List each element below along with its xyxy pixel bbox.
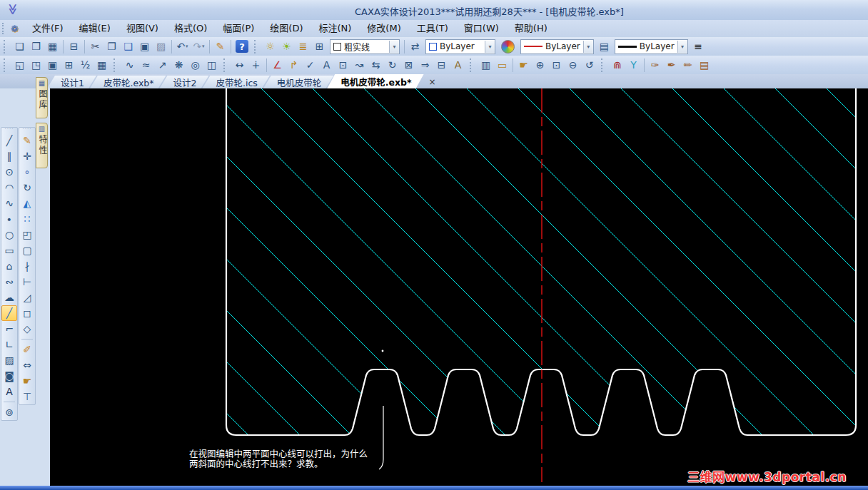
- menu-编辑(E)[interactable]: 编辑(E): [71, 20, 118, 37]
- line-color-combo-dropdown-arrow[interactable]: ▾: [583, 41, 593, 53]
- document-tab-皮带轮.ics[interactable]: 皮带轮.ics: [202, 76, 269, 88]
- erase-tool[interactable]: ✎: [19, 133, 35, 148]
- dim-style-button[interactable]: ⊟: [433, 57, 450, 73]
- rectangle-tool[interactable]: ▭: [1, 243, 17, 258]
- paste-button[interactable]: ▣: [136, 39, 153, 54]
- line-color-combo[interactable]: ByLayer▾: [520, 39, 594, 54]
- toolbar-grip[interactable]: [113, 58, 118, 72]
- properties-dock-tab[interactable]: ▥ 特性: [36, 123, 48, 168]
- circle-tool[interactable]: ⊙: [1, 164, 17, 180]
- view-align-button[interactable]: ▣: [44, 57, 61, 73]
- line-tool[interactable]: ╱: [1, 133, 17, 148]
- help-button[interactable]: ?: [236, 40, 248, 53]
- color-picker-button[interactable]: [501, 40, 515, 53]
- curve-smooth-button[interactable]: ↝: [351, 57, 368, 73]
- parallel-line-tool[interactable]: ∥: [1, 148, 17, 164]
- text-replace-button[interactable]: ⇆: [368, 57, 384, 73]
- menubar-grip[interactable]: [2, 23, 6, 34]
- text-style-button[interactable]: A: [450, 57, 466, 73]
- dim-value-button[interactable]: ⊡: [335, 57, 351, 73]
- check-dim-button[interactable]: ✓: [302, 57, 318, 73]
- extend-tool[interactable]: ⊢: [19, 274, 35, 290]
- document-tab-电机皮带轮.exb*[interactable]: 电机皮带轮.exb*: [327, 74, 423, 88]
- linetype-combo-dropdown-arrow[interactable]: ▾: [389, 41, 399, 53]
- mirror-tool[interactable]: ◭: [19, 195, 35, 211]
- stretch-tool[interactable]: ▢: [19, 243, 35, 258]
- print-button[interactable]: ⊟: [66, 39, 82, 54]
- library-dock-tab[interactable]: ▦ 图库: [36, 77, 48, 118]
- toolbar-grip[interactable]: [223, 58, 228, 72]
- shape-tools-button[interactable]: ❋: [171, 57, 187, 73]
- image-insert-tool[interactable]: ◙: [1, 368, 17, 384]
- angle-tool-button[interactable]: ∠: [269, 57, 286, 73]
- save-button[interactable]: ▦: [44, 39, 61, 54]
- format-hand-tool[interactable]: ☛: [19, 373, 35, 389]
- view-number-button[interactable]: ½: [77, 57, 94, 73]
- text-match-button[interactable]: ✒: [663, 57, 680, 73]
- document-tab-设计2[interactable]: 设计2: [159, 76, 208, 88]
- array-tool[interactable]: ∷: [19, 211, 35, 227]
- double-wave-button[interactable]: ≈: [138, 57, 154, 73]
- lineweight-combo[interactable]: ByLayer▾: [615, 39, 688, 54]
- pointer-arrow-button[interactable]: ↗: [154, 57, 171, 73]
- copy-tool[interactable]: ∘: [19, 164, 35, 180]
- taper-tool[interactable]: ◿: [19, 290, 35, 305]
- properties-panel-button[interactable]: ▤: [696, 57, 712, 73]
- detail-balloon-button[interactable]: ◎: [187, 57, 203, 73]
- move-tool[interactable]: ✛: [19, 148, 35, 164]
- fillet-tool[interactable]: ◻: [19, 305, 35, 321]
- wave-line-button[interactable]: ∿: [121, 57, 138, 73]
- panel-toggle-button[interactable]: ▥: [478, 57, 494, 73]
- spline-tool[interactable]: ∿: [1, 195, 17, 211]
- toolbar-grip[interactable]: [4, 58, 8, 72]
- center-axis-tool[interactable]: ∟: [1, 337, 17, 352]
- text-box-button[interactable]: ⊠: [400, 57, 417, 73]
- closed-spline-tool[interactable]: ∾: [1, 274, 17, 290]
- trim-tool[interactable]: ∤: [19, 258, 35, 274]
- menu-视图(V)[interactable]: 视图(V): [118, 20, 166, 37]
- point-tool[interactable]: ∙: [1, 211, 17, 227]
- snap-magnet-button[interactable]: ⋒: [609, 57, 625, 73]
- ellipse-tool[interactable]: ○: [1, 227, 17, 243]
- visibility-bulb-button[interactable]: ☼: [262, 39, 278, 54]
- dim-arrows-tool[interactable]: ⇔: [19, 357, 35, 373]
- lineweight-list-button[interactable]: ≡: [690, 39, 707, 54]
- document-tab-电机皮带轮[interactable]: 电机皮带轮: [263, 76, 334, 88]
- layer-combo[interactable]: ByLayer▾: [425, 39, 495, 54]
- brightness-button[interactable]: ☀: [278, 39, 295, 54]
- match-properties-button[interactable]: ✑: [647, 57, 663, 73]
- open-file-button[interactable]: ❒: [28, 39, 44, 54]
- menu-工具(T)[interactable]: 工具(T): [409, 20, 456, 37]
- menu-修改(M)[interactable]: 修改(M): [359, 20, 408, 37]
- copy-button[interactable]: ❐: [104, 39, 120, 54]
- zoom-dynamic-button[interactable]: ↺: [581, 57, 597, 73]
- grid-view-button[interactable]: ⊞: [61, 57, 77, 73]
- fit-view-button[interactable]: ◱: [11, 57, 28, 73]
- text-arrow-button[interactable]: ⇒: [417, 57, 433, 73]
- arc-tool[interactable]: ◠: [1, 180, 17, 195]
- drawing-canvas[interactable]: 在视图编辑中两平面中心线可以打出，为什么 两斜面的中心线打不出来？求教。 三维网…: [50, 88, 868, 486]
- zoom-in-button[interactable]: ⊕: [532, 57, 548, 73]
- menu-绘图(D)[interactable]: 绘图(D): [262, 20, 311, 37]
- menu-标注(N)[interactable]: 标注(N): [311, 20, 359, 37]
- polygon-tool[interactable]: ⌂: [1, 258, 17, 274]
- document-tab-皮带轮.exb*[interactable]: 皮带轮.exb*: [90, 76, 166, 88]
- text-flag-button[interactable]: A: [318, 57, 335, 73]
- format-painter-button[interactable]: ✎: [212, 39, 228, 54]
- toolbar-grip[interactable]: [601, 58, 605, 72]
- toolbar-grip[interactable]: [254, 40, 258, 53]
- zoom-window-button[interactable]: ⊡: [548, 57, 565, 73]
- revision-cloud-tool[interactable]: ☁: [1, 290, 17, 305]
- zoom-previous-button[interactable]: ⊖: [565, 57, 581, 73]
- snap-point-button[interactable]: Y: [625, 57, 642, 73]
- menu-帮助(H)[interactable]: 帮助(H): [507, 20, 555, 37]
- pan-hand-button[interactable]: ☛: [515, 57, 532, 73]
- two-point-line-tool[interactable]: ╱: [1, 305, 17, 321]
- tab-close-button[interactable]: ×: [429, 78, 436, 86]
- lineweight-combo-dropdown-arrow[interactable]: ▾: [677, 41, 687, 53]
- text-tool[interactable]: A: [1, 384, 17, 399]
- rotate-tool[interactable]: ↻: [19, 180, 35, 195]
- profile-line-tool[interactable]: ⌐: [1, 321, 17, 337]
- toolbar-grip[interactable]: [470, 58, 474, 72]
- undo-button-caret[interactable]: ▾: [186, 44, 188, 49]
